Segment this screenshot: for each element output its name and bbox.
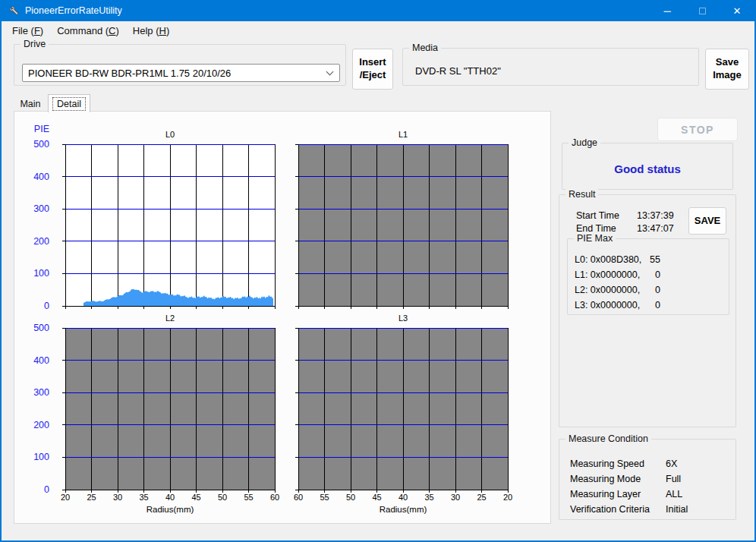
pie-max-label: PIE Max [574,233,616,244]
chart-title-L0: L0 [153,130,187,139]
y-tick-label-L2-200: 200 [22,420,49,430]
minimize-button[interactable]: ─ [650,0,685,21]
media-value: DVD-R SL "TTH02" [415,65,501,77]
x-tick-label-L2-5: 45 [184,493,209,502]
y-tick-label-L2-400: 400 [22,355,49,366]
app-window: PioneerErrorRateUtility ─ ✕ File (F) Com… [0,0,756,542]
x-axis-title-L2: Radius(mm) [136,505,204,515]
x-tick-label-L3-1: 55 [312,493,338,502]
save-button[interactable]: SAVE [688,207,726,235]
measuring-speed-label: Measuring Speed [570,458,644,469]
judge-group-label: Judge [569,137,600,148]
detail-tab-page: PIE L00100200300400500L1L201002003004005… [14,111,551,524]
x-tick-label-L2-1: 25 [79,493,105,502]
y-tick-label-L0-200: 200 [22,236,49,247]
maximize-icon [699,8,706,14]
end-time-value: 13:47:07 [637,223,674,235]
save-image-button[interactable]: Save Image [705,49,749,90]
x-tick-label-L2-3: 35 [131,493,157,502]
x-tick-label-L2-6: 50 [209,493,235,502]
insert-eject-button[interactable]: Insert /Eject [352,49,393,90]
judge-group: Judge Good status [562,143,733,190]
measuring-layer-value: ALL [666,489,682,499]
chart-title-L1: L1 [386,130,420,139]
drive-group: Drive PIONEER BD-RW BDR-PR1ML 1.75 20/10… [14,44,346,86]
x-tick-label-L3-5: 35 [417,493,443,502]
chart-plot-L1 [295,143,512,310]
result-group: Result Start Time 13:37:39 End Time 13:4… [559,194,736,427]
x-tick-label-L3-8: 20 [495,493,521,502]
title-bar: PioneerErrorRateUtility ─ ✕ [2,0,754,21]
menu-file[interactable]: File (F) [5,23,50,39]
close-button[interactable]: ✕ [720,0,754,21]
media-group-label: Media [409,43,441,53]
stop-button[interactable]: STOP [657,118,738,141]
x-tick-label-L2-0: 20 [52,493,78,502]
y-tick-label-L0-0: 0 [22,301,49,311]
start-time-label: Start Time [576,210,619,222]
y-tick-label-L0-300: 300 [22,203,49,214]
x-axis-title-L3: Radius(mm) [369,505,437,515]
x-tick-label-L3-4: 40 [390,493,416,502]
x-tick-label-L2-8: 60 [262,493,288,502]
verification-criteria-value: Initial [666,504,688,515]
pie-max-group: PIE Max L0: 0x008D380, 55 L1: 0x0000000,… [567,238,729,315]
measure-condition-label: Measure Condition [565,433,651,444]
tab-detail[interactable]: Detail [48,94,90,112]
x-tick-label-L2-7: 55 [236,493,262,502]
chart-title-L2: L2 [153,314,187,323]
menu-bar: File (F) Command (C) Help (H) [2,21,754,39]
x-tick-label-L3-7: 25 [469,493,495,502]
pie-max-value-l2: 0 [628,285,660,295]
x-tick-label-L2-2: 30 [105,493,131,502]
chart-title-L3: L3 [386,314,420,323]
chart-plot-L0 [61,143,279,310]
wrench-icon [8,5,20,17]
y-tick-label-L2-300: 300 [22,387,49,398]
chevron-down-icon [326,68,334,76]
measure-condition-group: Measure Condition Measuring Speed 6X Mea… [559,439,736,520]
y-tick-label-L0-100: 100 [22,268,49,279]
measuring-mode-value: Full [666,474,681,484]
tab-main[interactable]: Main [14,96,47,112]
x-tick-label-L3-3: 45 [364,493,390,502]
window-title: PioneerErrorRateUtility [25,5,122,16]
media-group: Media DVD-R SL "TTH02" [402,48,699,86]
judge-status: Good status [562,162,732,175]
chart-plot-L2 [61,327,279,494]
measuring-speed-value: 6X [666,458,677,469]
pie-max-value-l0: 55 [628,254,660,265]
x-tick-label-L3-0: 60 [285,493,311,502]
maximize-button[interactable] [685,0,720,21]
measuring-layer-label: Measuring Layer [570,489,641,499]
x-tick-label-L2-4: 40 [157,493,183,502]
chart-plot-L3 [295,327,512,494]
drive-select[interactable]: PIONEER BD-RW BDR-PR1ML 1.75 20/10/26 [22,64,340,82]
y-tick-label-L2-500: 500 [22,323,49,333]
start-time-value: 13:37:39 [637,210,674,222]
y-tick-label-L2-100: 100 [22,452,49,462]
y-tick-label-L0-500: 500 [22,139,49,150]
measuring-mode-label: Measuring Mode [570,474,641,484]
y-axis-title: PIE [22,124,49,134]
x-tick-label-L3-6: 30 [443,493,468,502]
pie-max-value-l1: 0 [628,269,660,280]
drive-group-label: Drive [20,39,49,49]
y-tick-label-L0-400: 400 [22,172,49,182]
verification-criteria-label: Verification Criteria [570,504,650,515]
x-tick-label-L3-2: 50 [338,493,364,502]
menu-help[interactable]: Help (H) [126,23,176,39]
drive-select-value: PIONEER BD-RW BDR-PR1ML 1.75 20/10/26 [28,68,231,79]
y-tick-label-L2-0: 0 [22,484,49,495]
pie-max-value-l3: 0 [628,300,660,310]
menu-command[interactable]: Command (C) [50,23,126,39]
result-group-label: Result [565,189,598,200]
